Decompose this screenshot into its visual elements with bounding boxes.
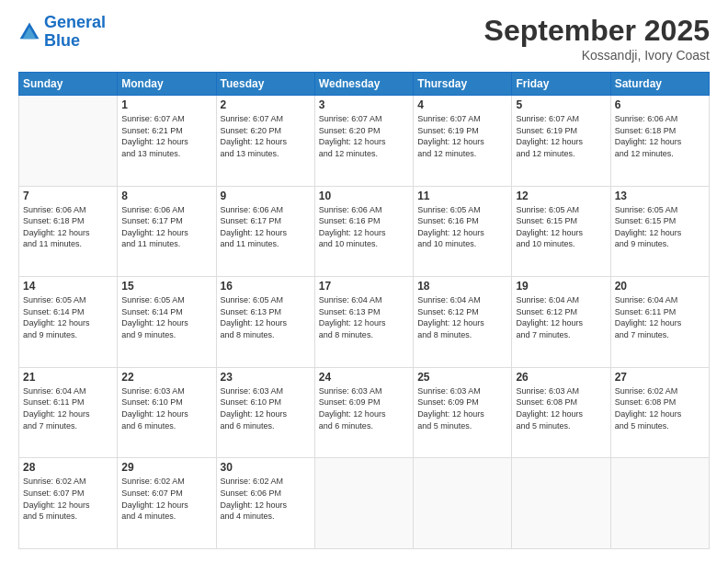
calendar-day-cell: 22Sunrise: 6:03 AM Sunset: 6:10 PM Dayli…: [118, 367, 216, 458]
calendar-day-cell: [414, 458, 512, 549]
day-info: Sunrise: 6:03 AM Sunset: 6:09 PM Dayligh…: [319, 385, 409, 431]
logo-blue: Blue: [44, 32, 106, 51]
day-number: 30: [221, 461, 311, 474]
day-info: Sunrise: 6:06 AM Sunset: 6:18 PM Dayligh…: [23, 204, 113, 250]
calendar-week-row: 7Sunrise: 6:06 AM Sunset: 6:18 PM Daylig…: [19, 186, 710, 277]
calendar-day-cell: 15Sunrise: 6:05 AM Sunset: 6:14 PM Dayli…: [118, 277, 216, 368]
calendar-day-cell: [512, 458, 610, 549]
day-number: 13: [615, 190, 705, 202]
calendar-day-cell: 2Sunrise: 6:07 AM Sunset: 6:20 PM Daylig…: [216, 96, 314, 187]
calendar-day-cell: [314, 458, 413, 549]
day-number: 1: [121, 98, 211, 111]
day-number: 12: [516, 190, 606, 202]
day-info: Sunrise: 6:03 AM Sunset: 6:10 PM Dayligh…: [221, 385, 311, 431]
day-number: 6: [615, 98, 705, 111]
day-number: 27: [615, 371, 705, 384]
weekday-header: Friday: [512, 73, 610, 96]
calendar-day-cell: 6Sunrise: 6:06 AM Sunset: 6:18 PM Daylig…: [610, 96, 709, 187]
month-title: September 2025: [484, 14, 710, 48]
calendar-day-cell: 3Sunrise: 6:07 AM Sunset: 6:20 PM Daylig…: [314, 96, 413, 187]
day-number: 18: [417, 280, 507, 293]
day-info: Sunrise: 6:02 AM Sunset: 6:07 PM Dayligh…: [23, 476, 113, 522]
weekday-header: Wednesday: [314, 73, 413, 96]
day-info: Sunrise: 6:06 AM Sunset: 6:17 PM Dayligh…: [121, 204, 211, 250]
calendar-day-cell: 1Sunrise: 6:07 AM Sunset: 6:21 PM Daylig…: [118, 96, 216, 187]
day-info: Sunrise: 6:04 AM Sunset: 6:11 PM Dayligh…: [615, 294, 705, 340]
day-number: 17: [319, 280, 409, 293]
day-number: 21: [23, 371, 113, 384]
day-info: Sunrise: 6:06 AM Sunset: 6:16 PM Dayligh…: [319, 204, 409, 250]
weekday-header: Tuesday: [216, 73, 314, 96]
day-number: 25: [417, 371, 507, 384]
page: General Blue September 2025 Kossandji, I…: [0, 0, 728, 563]
calendar-day-cell: 25Sunrise: 6:03 AM Sunset: 6:09 PM Dayli…: [414, 367, 512, 458]
weekday-header: Thursday: [414, 73, 512, 96]
weekday-header: Monday: [118, 73, 216, 96]
day-info: Sunrise: 6:07 AM Sunset: 6:20 PM Dayligh…: [319, 113, 409, 159]
logo: General Blue: [18, 14, 106, 51]
day-number: 23: [221, 371, 311, 384]
day-number: 19: [516, 280, 606, 293]
day-info: Sunrise: 6:02 AM Sunset: 6:07 PM Dayligh…: [121, 476, 211, 522]
day-number: 11: [417, 190, 507, 202]
location: Kossandji, Ivory Coast: [484, 48, 710, 63]
day-number: 7: [23, 190, 113, 202]
day-info: Sunrise: 6:06 AM Sunset: 6:18 PM Dayligh…: [615, 113, 705, 159]
logo-icon: [18, 21, 40, 43]
day-info: Sunrise: 6:05 AM Sunset: 6:14 PM Dayligh…: [121, 294, 211, 340]
calendar-day-cell: 13Sunrise: 6:05 AM Sunset: 6:15 PM Dayli…: [610, 186, 709, 277]
calendar-table: SundayMondayTuesdayWednesdayThursdayFrid…: [18, 72, 710, 549]
day-number: 10: [319, 190, 409, 202]
day-number: 24: [319, 371, 409, 384]
calendar-day-cell: 24Sunrise: 6:03 AM Sunset: 6:09 PM Dayli…: [314, 367, 413, 458]
day-number: 4: [417, 98, 507, 111]
day-info: Sunrise: 6:07 AM Sunset: 6:19 PM Dayligh…: [417, 113, 507, 159]
calendar-day-cell: 28Sunrise: 6:02 AM Sunset: 6:07 PM Dayli…: [19, 458, 118, 549]
calendar-day-cell: 7Sunrise: 6:06 AM Sunset: 6:18 PM Daylig…: [19, 186, 118, 277]
header: General Blue September 2025 Kossandji, I…: [18, 14, 710, 63]
day-info: Sunrise: 6:05 AM Sunset: 6:15 PM Dayligh…: [516, 204, 606, 250]
calendar-day-cell: [19, 96, 118, 187]
day-info: Sunrise: 6:07 AM Sunset: 6:21 PM Dayligh…: [121, 113, 211, 159]
day-number: 26: [516, 371, 606, 384]
title-block: September 2025 Kossandji, Ivory Coast: [484, 14, 710, 63]
calendar-week-row: 21Sunrise: 6:04 AM Sunset: 6:11 PM Dayli…: [19, 367, 710, 458]
day-number: 2: [221, 98, 311, 111]
calendar-day-cell: 29Sunrise: 6:02 AM Sunset: 6:07 PM Dayli…: [118, 458, 216, 549]
day-info: Sunrise: 6:03 AM Sunset: 6:09 PM Dayligh…: [417, 385, 507, 431]
calendar-day-cell: 14Sunrise: 6:05 AM Sunset: 6:14 PM Dayli…: [19, 277, 118, 368]
day-number: 8: [121, 190, 211, 202]
day-info: Sunrise: 6:03 AM Sunset: 6:10 PM Dayligh…: [121, 385, 211, 431]
calendar-day-cell: 20Sunrise: 6:04 AM Sunset: 6:11 PM Dayli…: [610, 277, 709, 368]
logo-general: General: [44, 13, 106, 31]
day-info: Sunrise: 6:05 AM Sunset: 6:14 PM Dayligh…: [23, 294, 113, 340]
calendar-day-cell: 12Sunrise: 6:05 AM Sunset: 6:15 PM Dayli…: [512, 186, 610, 277]
calendar-day-cell: 21Sunrise: 6:04 AM Sunset: 6:11 PM Dayli…: [19, 367, 118, 458]
calendar-day-cell: 30Sunrise: 6:02 AM Sunset: 6:06 PM Dayli…: [216, 458, 314, 549]
calendar-day-cell: 18Sunrise: 6:04 AM Sunset: 6:12 PM Dayli…: [414, 277, 512, 368]
logo-text: General Blue: [44, 14, 106, 51]
day-number: 20: [615, 280, 705, 293]
weekday-header: Sunday: [19, 73, 118, 96]
calendar-week-row: 28Sunrise: 6:02 AM Sunset: 6:07 PM Dayli…: [19, 458, 710, 549]
day-number: 15: [121, 280, 211, 293]
calendar-day-cell: 8Sunrise: 6:06 AM Sunset: 6:17 PM Daylig…: [118, 186, 216, 277]
calendar-day-cell: 23Sunrise: 6:03 AM Sunset: 6:10 PM Dayli…: [216, 367, 314, 458]
day-number: 28: [23, 461, 113, 474]
day-number: 14: [23, 280, 113, 293]
day-info: Sunrise: 6:06 AM Sunset: 6:17 PM Dayligh…: [221, 204, 311, 250]
day-info: Sunrise: 6:05 AM Sunset: 6:13 PM Dayligh…: [221, 294, 311, 340]
day-info: Sunrise: 6:07 AM Sunset: 6:19 PM Dayligh…: [516, 113, 606, 159]
calendar-day-cell: 26Sunrise: 6:03 AM Sunset: 6:08 PM Dayli…: [512, 367, 610, 458]
day-info: Sunrise: 6:04 AM Sunset: 6:12 PM Dayligh…: [516, 294, 606, 340]
calendar-day-cell: 27Sunrise: 6:02 AM Sunset: 6:08 PM Dayli…: [610, 367, 709, 458]
calendar-day-cell: 4Sunrise: 6:07 AM Sunset: 6:19 PM Daylig…: [414, 96, 512, 187]
calendar-day-cell: 5Sunrise: 6:07 AM Sunset: 6:19 PM Daylig…: [512, 96, 610, 187]
calendar-day-cell: 10Sunrise: 6:06 AM Sunset: 6:16 PM Dayli…: [314, 186, 413, 277]
day-number: 5: [516, 98, 606, 111]
day-number: 22: [121, 371, 211, 384]
calendar-week-row: 14Sunrise: 6:05 AM Sunset: 6:14 PM Dayli…: [19, 277, 710, 368]
calendar-day-cell: 16Sunrise: 6:05 AM Sunset: 6:13 PM Dayli…: [216, 277, 314, 368]
weekday-header: Saturday: [610, 73, 709, 96]
calendar-day-cell: 19Sunrise: 6:04 AM Sunset: 6:12 PM Dayli…: [512, 277, 610, 368]
